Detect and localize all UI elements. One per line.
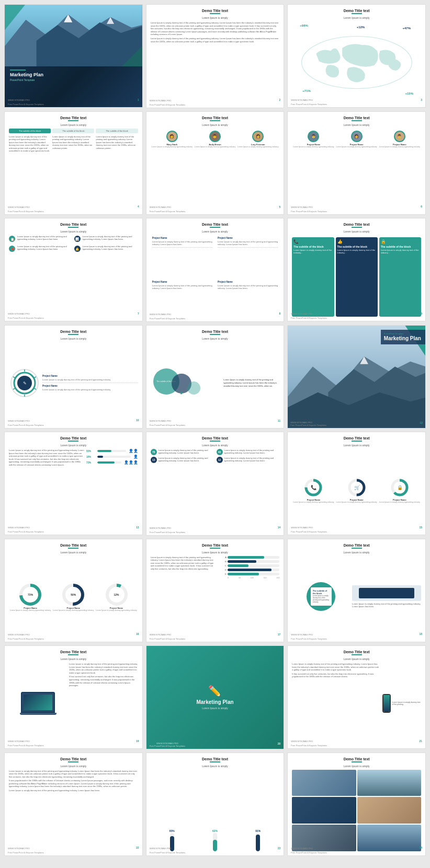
hbar-content: Lorem Ipsum is simply dummy text of the … [151,556,280,638]
slide-1-footer: WWW.SITE2MAX.PRO Free PowerPoint & Keyno… [8,94,139,106]
title-underline [210,13,220,14]
footer-url: WWW.SITE2MAX.PRO Free PowerPoint & Keyno… [291,842,327,854]
teal-circle: The subtitle of the block Lorem Ipsum is… [307,582,335,611]
star-icon: ★ [179,391,183,396]
laptop-shape [21,692,55,715]
footer-url: WWW.SITE2MAX.PRO Free PowerPoint & Keyno… [8,201,44,213]
bullet-icon-3: 📌 [9,246,15,252]
pencil-icon: ✏️ [208,685,221,697]
slide-22-content: Lorem Ipsum is simply dummy text of the … [9,770,138,851]
svg-line-14 [34,388,36,389]
title-underline [210,441,220,442]
bubble-diagram: The subtitle of the block ★ [151,366,222,400]
slide-16-subtitle: Lorem Ipsum is simply [9,551,138,554]
slide-number: 9 [421,312,422,315]
title-underline [352,441,362,442]
num-col-2: 40 Lorem Ipsum is simply dummy text of t… [217,449,280,531]
slide-number: 2 [279,98,281,101]
slide-24-subtitle: Lorem Ipsum is simply [292,765,421,768]
slide-number: 11 [278,419,281,422]
slide-3-footer: WWW.SITE2MAX.PRO Free PowerPoint & Keyno… [291,94,422,106]
project-1: Project Name Lorem Ipsum is simply dummy… [151,235,214,277]
card-2-title: The subtitle of the block [337,245,376,248]
big-donut-svg-2: 50% [62,584,84,606]
donut-row: 📞 Project Name Lorem Ipsum is simply dum… [292,451,421,530]
slide-19-subtitle: Lorem Ipsum is simply [9,657,138,661]
svg-text:✎: ✎ [23,381,27,386]
svg-line-17 [13,377,15,378]
slide-22-title: Demo Title text [9,757,138,761]
avatar-6: 👨 [394,131,405,142]
footer-url: WWW.SITE2MAX.PRO Free PowerPoint & Keyno… [150,628,186,640]
footer-url: WWW.SITE2MAX.PRO Free PowerPoint & Keyno… [150,201,186,213]
slide-11-title: Demo Title text [151,330,280,333]
photo-4 [357,797,421,824]
slide-20-footer: WWW.SITE2MAX.PRO Free PowerPoint & Keyno… [150,742,281,747]
num-1: 76 Lorem Ipsum is simply dummy text of t… [151,449,214,455]
slide-5-subtitle: Lorem Ipsum is simply [151,123,280,126]
num-3: 13 Lorem Ipsum is simply dummy text of t… [151,457,214,463]
stat-2: +47% [402,27,411,30]
slide-13-footer: WWW.SITE2MAX.PRO Free PowerPoint & Keyno… [8,521,139,533]
cards-row: 📞 The subtitle of the block Lorem Ipsum … [292,237,421,317]
slide-14-footer: WWW.SITE2MAX.PRO Free PowerPoint & Keyno… [150,522,281,534]
slide-2-content: Lorem Ipsum is simply dummy text of the … [151,21,280,103]
svg-line-13 [34,377,36,378]
donut-1: 📞 Project Name Lorem Ipsum is simply dum… [293,478,334,503]
phone-content: Lorem Ipsum is simply dummy text of the … [292,663,421,744]
photo-grid [292,770,421,851]
bullets-grid: 📋 Lorem Ipsum is simply dummy text of th… [9,235,138,253]
slide-11-footer: WWW.SITE2MAX.PRO Free PowerPoint & Keyno… [150,414,281,426]
slide-number: 14 [278,526,281,529]
slide-10-footer: WWW.SITE2MAX.PRO Free PowerPoint & Keyno… [8,414,139,426]
slide-17: Demo Title text Lorem Ipsum is simply Lo… [146,539,285,643]
team-member-1: 👩 Mary Stark Lorem Ipsum is simply dummy… [151,131,194,148]
num-circle-2: 40 [217,449,223,455]
slide-grid: Marketing Plan PowerPoint Template WWW.S… [4,4,426,856]
progress-content: Lorem Ipsum is simply dummy text of the … [9,449,138,530]
svg-text:🔒: 🔒 [397,484,403,491]
donut-svg-1: 📞 [304,478,323,497]
bullet-1: 📋 Lorem Ipsum is simply dummy text of th… [9,235,73,242]
slide-12-title: Marketing Plan [384,335,421,342]
tab-3[interactable]: The subtitle of the block [96,129,138,133]
slide-number: 10 [136,419,139,422]
device-content: The subtitle of the block Lorem Ipsum is… [292,556,421,638]
footer-url: WWW.SITE2MAX.PRO Free PowerPoint & Keyno… [8,94,44,106]
card-3: 🔒 The subtitle of the block Lorem Ipsum … [379,237,421,317]
hbar-chart: A B C D E [216,556,279,638]
slide-6: Demo Title text Lorem Ipsum is simply 👨 … [287,111,426,215]
slide-15-subtitle: Lorem Ipsum is simply [292,444,421,447]
slide-17-footer: WWW.SITE2MAX.PRO Free PowerPoint & Keyno… [150,628,281,640]
slide-3-title: Demo Title text [292,9,421,13]
thermometer-row: 83% 62% 91% [151,773,280,852]
slide-4-subtitle: Lorem Ipsum is simply [9,123,138,126]
stat-3: +71% [302,89,311,92]
team-member-3: 👩 Lory Freeman Lorem Ipsum is simply dum… [236,131,279,148]
svg-line-16 [13,388,15,389]
numbered-content: 76 Lorem Ipsum is simply dummy text of t… [151,449,280,531]
footer-url: WWW.SITE2MAX.PRO Free PowerPoint & Keyno… [8,628,44,640]
slide-20: ✏️ Marketing Plan Lorem Ipsum is simply … [146,645,285,749]
title-underline [68,227,78,228]
big-donut-3: 12% Project Name Lorem Ipsum is simply d… [96,584,137,611]
slide-14-title: Demo Title text [151,436,280,440]
stat-4: +12% [357,26,365,29]
tab-1[interactable]: The subtitle of the block [9,129,51,133]
bullet-4: 🔔 Lorem Ipsum is simply dummy text of th… [74,245,138,252]
title-underline [210,761,220,762]
circle-svg: ✎ [9,367,40,399]
phone-area: Lorem Ipsum is simply dummy text of the … [382,663,421,744]
progress-text: Lorem Ipsum is simply dummy text of the … [9,449,84,530]
slide-1-title: Marketing Plan [10,72,137,77]
slide-12: PowerPoint Template Marketing Plan WWW.S… [287,325,426,429]
slide-number: 18 [419,632,422,635]
card-1: 📞 The subtitle of the block Lorem Ipsum … [292,237,334,317]
hbar-5: E [216,573,279,575]
title-underline [68,441,78,442]
title-underline [352,227,362,228]
slide-1-subtitle: PowerPoint Template [10,78,137,82]
slide-number: 3 [421,98,422,101]
tab-2[interactable]: The subtitle of the block [52,129,94,133]
photo-3 [292,797,356,824]
